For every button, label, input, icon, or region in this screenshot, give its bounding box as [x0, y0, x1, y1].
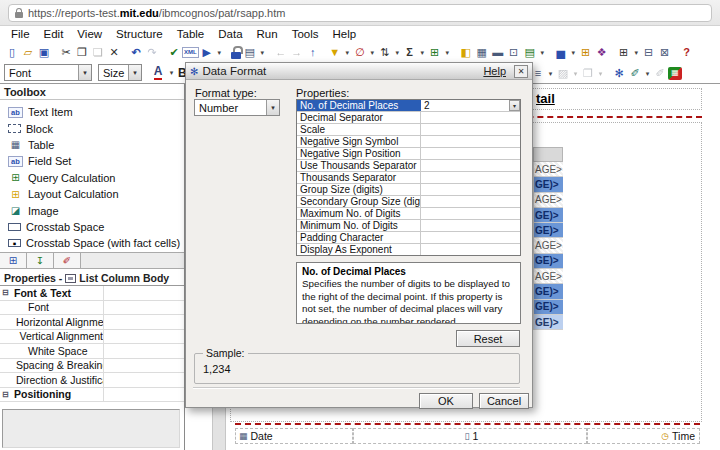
cancel-button[interactable]: Cancel [479, 393, 529, 409]
format-type-caret-icon[interactable]: ▾ [266, 100, 279, 115]
background-fill-icon[interactable]: ▨ [555, 65, 571, 82]
crosstab-icon[interactable]: ⊞ [578, 44, 594, 61]
list-cell[interactable]: AGE> [533, 238, 563, 253]
format-property-value[interactable]: ▾ [421, 124, 520, 135]
format-property-value[interactable]: ▾ [421, 172, 520, 183]
insert-calculation-caret-icon[interactable]: ▾ [443, 44, 452, 61]
summarize-caret-icon[interactable]: ▾ [418, 44, 427, 61]
insertable-objects-data-items-tab[interactable]: ↧ [27, 253, 54, 268]
page-structure-icon[interactable]: ⊡ [506, 44, 522, 61]
property-value[interactable] [104, 359, 184, 373]
property-row[interactable]: White Space [0, 344, 184, 359]
format-property-row[interactable]: Padding Character ▾ [297, 232, 520, 244]
format-property-row[interactable]: Negative Sign Symbol ▾ [297, 136, 520, 148]
toolbox-item-table[interactable]: ▦ Table [0, 137, 184, 153]
group-icon[interactable]: ⊟ [641, 44, 657, 61]
list-cell[interactable]: GE)> [533, 315, 563, 330]
format-property-value[interactable]: 2▾ [421, 100, 520, 111]
list-style-caret-icon[interactable]: ▾ [546, 65, 555, 82]
font-color-caret-icon[interactable]: ▾ [167, 64, 176, 81]
toolbox-item-layout-calculation[interactable]: ⊞ Layout Calculation [0, 186, 184, 202]
help-icon[interactable]: ? [679, 44, 695, 61]
forward-icon[interactable]: → [289, 44, 305, 61]
menu-item[interactable]: File [4, 28, 37, 40]
lock-page-objects-icon[interactable] [230, 46, 242, 59]
paste-icon[interactable]: ❏ [90, 44, 106, 61]
value-caret-icon[interactable]: ▾ [509, 100, 520, 111]
list-cell[interactable]: GE)> [533, 300, 563, 315]
property-value[interactable] [104, 388, 184, 402]
property-row[interactable]: Horizontal Alignment [0, 315, 184, 330]
collapse-box-icon[interactable]: ⊟ [2, 390, 14, 399]
format-property-row[interactable]: Thousands Separator ▾ [297, 172, 520, 184]
reset-button[interactable]: Reset [456, 330, 520, 347]
property-row[interactable]: Vertical Alignment [0, 330, 184, 345]
format-property-row[interactable]: Use Thousands Separator ▾ [297, 160, 520, 172]
sort-icon[interactable]: ⇅ [377, 44, 393, 61]
format-property-value[interactable]: ▾ [421, 184, 520, 195]
footer-date-cell[interactable]: ▦ Date [235, 428, 353, 444]
format-property-value[interactable]: ▾ [421, 196, 520, 207]
format-property-row[interactable]: Secondary Group Size (digits) ▾ [297, 196, 520, 208]
save-icon[interactable]: ▣ [36, 44, 52, 61]
filter-icon[interactable]: ▼ [327, 44, 343, 61]
toolbox-item-field-set[interactable]: ab Field Set [0, 153, 184, 169]
property-row[interactable]: Font [0, 301, 184, 316]
font-select[interactable]: Font ▾ [4, 64, 92, 81]
copy-style-icon[interactable]: ❐ [580, 65, 596, 82]
background-fill-caret-icon[interactable]: ▾ [571, 65, 580, 82]
borders-caret-icon[interactable]: ▾ [632, 44, 641, 61]
section-icon[interactable]: ◧ [458, 44, 474, 61]
conditional-styles-icon[interactable]: ✻ [611, 65, 627, 82]
property-value[interactable] [104, 344, 184, 358]
format-property-row[interactable]: No. of Decimal Places 2▾ [297, 100, 520, 112]
chart-icon[interactable]: ▅ [553, 44, 569, 61]
style-pen-caret-icon[interactable]: ▾ [643, 65, 652, 82]
apply-style-icon[interactable]: ✐ [652, 65, 668, 82]
format-property-value[interactable]: ▾ [421, 160, 520, 171]
format-property-value[interactable]: ▾ [421, 136, 520, 147]
summarize-icon[interactable]: Σ [402, 44, 418, 61]
property-value[interactable] [104, 301, 184, 315]
map-icon[interactable]: ❖ [594, 44, 610, 61]
property-row[interactable]: Spacing & Breaking [0, 359, 184, 374]
suppress-icon[interactable]: ∅ [352, 44, 368, 61]
format-type-select[interactable]: Number ▾ [194, 99, 280, 116]
property-value[interactable] [104, 315, 184, 329]
menu-item[interactable]: Help [326, 28, 364, 40]
ungroup-icon[interactable]: ⊠ [657, 44, 673, 61]
open-icon[interactable]: ▱ [20, 44, 36, 61]
format-property-row[interactable]: Decimal Separator ▾ [297, 112, 520, 124]
dialog-title-bar[interactable]: ✻ Data Format Help ✕ [186, 63, 532, 80]
run-options-caret-icon[interactable]: ▾ [215, 44, 224, 61]
list-cell[interactable]: AGE> [533, 269, 563, 284]
format-property-value[interactable]: ▾ [421, 232, 520, 243]
cut-icon[interactable]: ✂ [58, 44, 74, 61]
back-icon[interactable]: ← [273, 44, 289, 61]
font-select-caret-icon[interactable]: ▾ [78, 65, 91, 80]
undo-icon[interactable]: ↶ [128, 44, 144, 61]
property-value[interactable] [104, 286, 184, 300]
delete-icon[interactable]: ✕ [106, 44, 122, 61]
filter-caret-icon[interactable]: ▾ [343, 44, 352, 61]
go-up-icon[interactable]: ↑ [305, 44, 321, 61]
sort-caret-icon[interactable]: ▾ [393, 44, 402, 61]
size-select[interactable]: Size ▾ [98, 64, 142, 81]
format-property-value[interactable]: ▾ [421, 112, 520, 123]
report-title-text[interactable]: tail [536, 91, 555, 106]
copy-icon[interactable]: ❐ [74, 44, 90, 61]
footer-page-number-cell[interactable]: ▯ 1 [353, 428, 587, 444]
ok-button[interactable]: OK [419, 393, 473, 409]
visual-aids-icon[interactable]: ▤ [242, 44, 258, 61]
style-pen-icon[interactable]: ✐ [627, 65, 643, 82]
property-row[interactable]: Direction & Justification [0, 373, 184, 388]
format-property-row[interactable]: Maximum No. of Digits ▾ [297, 208, 520, 220]
property-row[interactable]: ⊟Font & Text [0, 286, 184, 301]
property-row[interactable]: ⊟Positioning [0, 388, 184, 403]
menu-item[interactable]: View [70, 28, 109, 40]
headers-footers-icon[interactable]: ▬ [490, 44, 506, 61]
format-property-row[interactable]: Group Size (digits) ▾ [297, 184, 520, 196]
list-cell[interactable]: GE)> [533, 254, 563, 269]
help-link[interactable]: Help [483, 65, 506, 77]
list-cell[interactable]: GE)> [533, 208, 563, 223]
